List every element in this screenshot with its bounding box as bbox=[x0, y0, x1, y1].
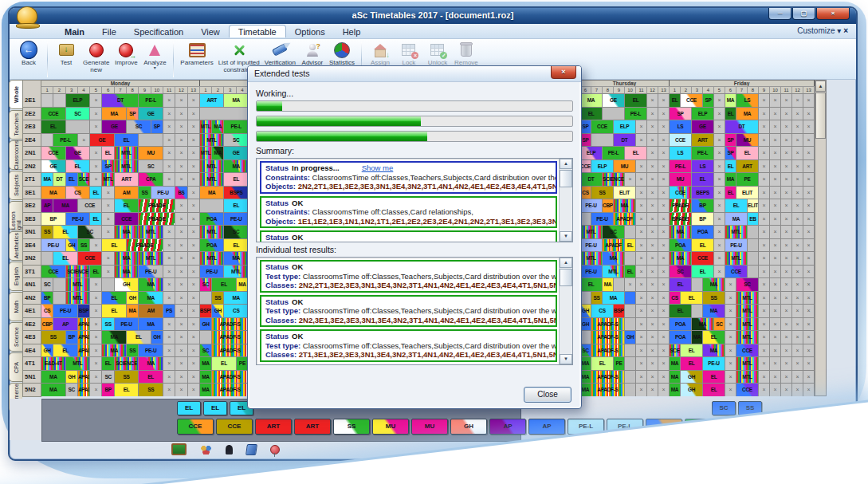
class-row-header[interactable]: 3E1 bbox=[22, 187, 41, 200]
timetable-cell[interactable]: × bbox=[647, 146, 658, 159]
timetable-cell[interactable]: × bbox=[188, 317, 200, 331]
timetable-cell[interactable]: × bbox=[725, 277, 736, 291]
timetable-cell[interactable]: × bbox=[188, 225, 200, 238]
timetable-cell[interactable]: BP bbox=[692, 199, 714, 212]
timetable-cell[interactable]: × bbox=[792, 304, 803, 317]
timetable-cell[interactable]: × bbox=[792, 199, 803, 212]
class-row-header[interactable]: 3N1 bbox=[22, 226, 41, 239]
timetable-cell[interactable]: × bbox=[175, 133, 187, 147]
timetable-cell[interactable]: × bbox=[636, 330, 647, 344]
timetable-cell[interactable]: EL bbox=[703, 383, 725, 396]
button-parameters[interactable]: Parameters bbox=[178, 41, 215, 67]
timetable-cell[interactable]: × bbox=[759, 317, 770, 331]
timetable-cell[interactable]: MA bbox=[139, 291, 163, 305]
timetable-cell[interactable]: × bbox=[636, 356, 647, 370]
timetable-cell[interactable]: POA bbox=[692, 225, 714, 238]
timetable-cell[interactable] bbox=[614, 277, 625, 291]
timetable-cell[interactable]: EL bbox=[90, 265, 102, 278]
timetable-cell[interactable] bbox=[200, 291, 212, 305]
timetable-cell[interactable]: × bbox=[792, 383, 803, 396]
timetable-cell[interactable]: × bbox=[636, 265, 647, 278]
tab-timetable[interactable]: Timetable bbox=[229, 25, 286, 37]
grid-vertical-scrollbar[interactable]: ▲ bbox=[815, 80, 827, 396]
timetable-cell[interactable]: × bbox=[188, 159, 200, 173]
timetable-cell[interactable]: × bbox=[188, 146, 200, 159]
timetable-cell[interactable]: × bbox=[90, 238, 102, 252]
timetable-cell[interactable]: MTL bbox=[736, 356, 759, 370]
timetable-cell[interactable]: MTL bbox=[736, 291, 759, 305]
timetable-cell[interactable]: SS bbox=[139, 383, 163, 396]
sidebar-tab-classrooms[interactable]: Classrooms bbox=[9, 140, 22, 170]
timetable-cell[interactable]: EL bbox=[625, 238, 636, 252]
timetable-cell[interactable]: × bbox=[725, 344, 736, 357]
timetable-cell[interactable]: SS bbox=[591, 291, 603, 305]
timetable-cell[interactable]: PPADE bbox=[670, 199, 692, 212]
timetable-cell[interactable]: × bbox=[636, 199, 647, 212]
timetable-cell[interactable]: × bbox=[781, 317, 792, 331]
timetable-cell[interactable]: EL bbox=[102, 146, 114, 159]
timetable-cell[interactable]: × bbox=[759, 383, 770, 396]
sidebar-tab-whole[interactable]: Whole bbox=[9, 80, 22, 109]
button-lock[interactable]: Lock bbox=[395, 41, 423, 67]
timetable-cell[interactable]: × bbox=[781, 291, 792, 305]
timetable-cell[interactable]: ELP bbox=[591, 159, 614, 173]
timetable-cell[interactable]: CCE bbox=[41, 107, 66, 120]
unplaced-card[interactable]: PE-L bbox=[568, 419, 604, 435]
timetable-cell[interactable]: APADF-S bbox=[212, 383, 249, 396]
timetable-cell[interactable]: PE-U bbox=[703, 356, 725, 370]
timetable-cell[interactable]: MA bbox=[200, 383, 212, 396]
timetable-cell[interactable]: LS bbox=[692, 159, 714, 173]
timetable-cell[interactable]: EL bbox=[90, 186, 102, 199]
timetable-cell[interactable]: MA bbox=[115, 251, 139, 265]
timetable-cell[interactable]: × bbox=[803, 370, 815, 384]
timetable-cell[interactable]: SP bbox=[580, 120, 591, 133]
timetable-cell[interactable]: GH bbox=[151, 330, 163, 344]
timetable-cell[interactable] bbox=[625, 225, 636, 238]
timetable-cell[interactable]: × bbox=[188, 107, 200, 120]
class-row-header[interactable]: 4E4 bbox=[22, 344, 41, 358]
timetable-cell[interactable]: PE-U bbox=[115, 317, 139, 331]
timetable-cell[interactable]: PE-L bbox=[224, 120, 249, 133]
timetable-cell[interactable]: × bbox=[188, 172, 200, 186]
timetable-cell[interactable]: CS bbox=[224, 304, 249, 317]
timetable-cell[interactable]: APADF bbox=[78, 330, 90, 344]
timetable-cell[interactable]: × bbox=[163, 238, 175, 252]
timetable-cell[interactable]: × bbox=[781, 146, 792, 159]
timetable-cell[interactable]: EL bbox=[66, 159, 91, 173]
timetable-cell[interactable]: × bbox=[658, 383, 670, 396]
timetable-cell[interactable]: × bbox=[759, 186, 770, 199]
timetable-cell[interactable]: × bbox=[90, 172, 102, 186]
timetable-cell[interactable]: GE bbox=[102, 120, 127, 133]
timetable-cell[interactable]: SC bbox=[224, 225, 249, 238]
timetable-cell[interactable]: CCE bbox=[115, 212, 139, 226]
sidebar-tab-cpa[interactable]: CPA bbox=[9, 352, 22, 382]
timetable-cell[interactable]: × bbox=[175, 265, 187, 278]
class-row-header[interactable]: 4E1 bbox=[22, 305, 41, 318]
timetable-cell[interactable]: CCE bbox=[78, 251, 103, 265]
timetable-cell[interactable]: × bbox=[792, 107, 803, 120]
timetable-cell[interactable]: × bbox=[163, 356, 175, 370]
timetable-cell[interactable]: × bbox=[175, 172, 187, 186]
timetable-cell[interactable] bbox=[580, 330, 591, 344]
timetable-cell[interactable]: × bbox=[658, 265, 670, 278]
timetable-cell[interactable]: × bbox=[714, 212, 725, 226]
timetable-cell[interactable]: SP bbox=[127, 107, 139, 120]
timetable-cell[interactable]: EL bbox=[115, 133, 139, 147]
timetable-cell[interactable]: MTL bbox=[224, 265, 249, 278]
class-row-header[interactable]: 2N1 bbox=[22, 147, 41, 160]
class-row-header[interactable]: 4T1 bbox=[22, 357, 41, 371]
timetable-cell[interactable]: × bbox=[658, 304, 670, 317]
timetable-cell[interactable]: × bbox=[770, 159, 781, 173]
timetable-cell[interactable]: × bbox=[636, 159, 647, 173]
timetable-cell[interactable]: MA bbox=[603, 251, 625, 265]
timetable-cell[interactable]: × bbox=[188, 120, 200, 133]
timetable-cell[interactable]: × bbox=[658, 212, 670, 226]
timetable-cell[interactable] bbox=[625, 356, 636, 370]
unplaced-card[interactable]: ART bbox=[255, 419, 292, 435]
timetable-cell[interactable]: × bbox=[188, 344, 200, 357]
timetable-cell[interactable]: GE bbox=[90, 133, 115, 147]
timetable-cell[interactable]: AM bbox=[115, 186, 139, 199]
timetable-cell[interactable]: CS bbox=[580, 186, 591, 199]
timetable-cell[interactable]: MA bbox=[670, 356, 681, 370]
timetable-cell[interactable]: ART bbox=[200, 93, 225, 107]
